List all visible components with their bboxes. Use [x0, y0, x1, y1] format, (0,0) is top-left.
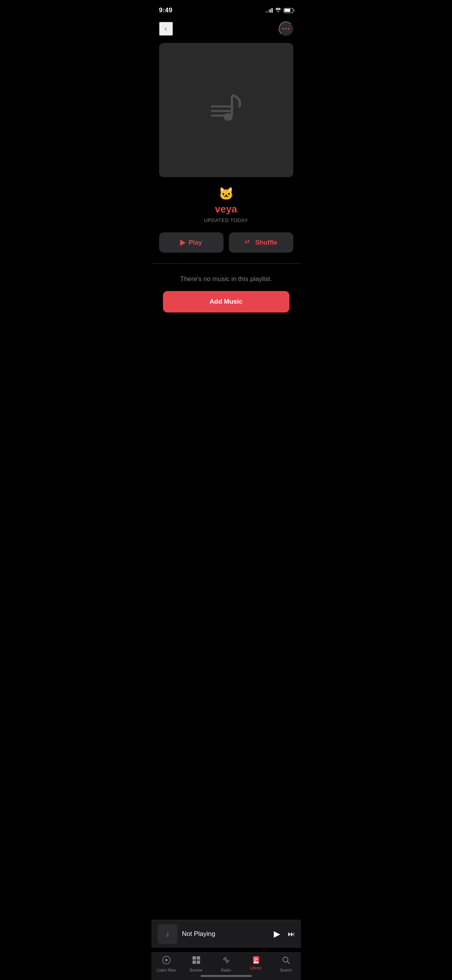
shuffle-label: Shuffle — [255, 239, 278, 247]
play-button[interactable]: Play — [159, 232, 224, 253]
wifi-icon — [275, 7, 281, 13]
album-art — [159, 43, 293, 177]
play-icon — [180, 240, 186, 246]
add-music-button[interactable]: Add Music — [163, 291, 289, 312]
shuffle-button[interactable]: ⇄ Shuffle — [229, 232, 293, 253]
add-music-label: Add Music — [210, 298, 243, 305]
playlist-updated: UPDATED TODAY — [159, 217, 293, 223]
empty-state: There's no music in this playlist. Add M… — [151, 275, 301, 322]
svg-rect-2 — [211, 110, 231, 112]
status-icons: 75 — [266, 7, 293, 13]
more-button[interactable] — [279, 21, 293, 36]
nav-bar: ‹ — [151, 18, 301, 39]
svg-point-0 — [278, 11, 279, 12]
shuffle-icon: ⇄ — [245, 238, 252, 247]
empty-message: There's no music in this playlist. — [163, 275, 289, 284]
music-note-icon — [203, 87, 249, 133]
divider — [151, 263, 301, 264]
more-dot-3 — [288, 28, 289, 30]
album-art-container — [151, 43, 301, 177]
battery-icon: 75 — [284, 8, 293, 13]
more-dot-2 — [285, 28, 287, 30]
playlist-name: veya — [159, 203, 293, 215]
svg-rect-4 — [231, 95, 233, 115]
svg-rect-1 — [211, 105, 231, 107]
svg-text:⇄: ⇄ — [245, 238, 250, 245]
status-time: 9:49 — [159, 7, 173, 14]
signal-bars-icon — [266, 8, 273, 13]
more-dot-1 — [283, 28, 284, 30]
svg-point-5 — [224, 113, 233, 121]
action-buttons: Play ⇄ Shuffle — [151, 232, 301, 253]
playlist-emoji: 🐱 — [159, 186, 293, 201]
back-button[interactable]: ‹ — [159, 22, 173, 36]
status-bar: 9:49 75 — [151, 0, 301, 18]
play-label: Play — [189, 239, 202, 247]
playlist-info: 🐱 veya UPDATED TODAY — [151, 186, 301, 223]
